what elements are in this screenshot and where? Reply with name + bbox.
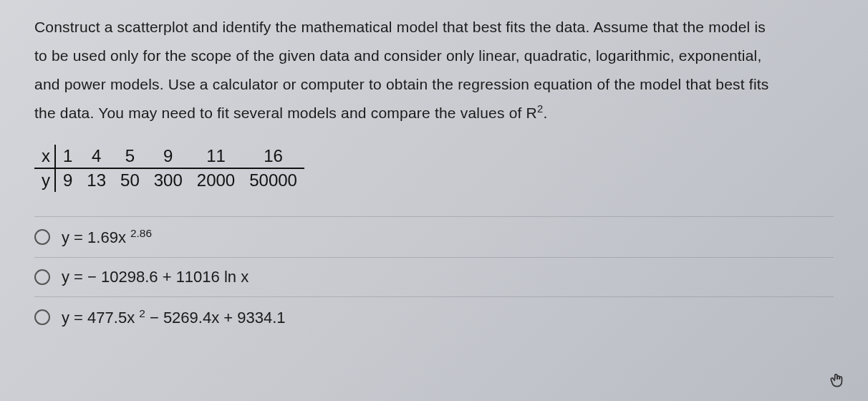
x-val-5: 16 — [242, 145, 304, 168]
x-val-4: 11 — [190, 145, 242, 168]
answer-b-pre: y = — [62, 268, 87, 286]
y-val-1: 13 — [79, 168, 113, 192]
answer-list: y = 1.69x 2.86 y = − 10298.6 + 11016 ln … — [34, 216, 834, 338]
x-val-2: 5 — [113, 145, 147, 168]
answer-c-pre: y = 477.5x — [62, 309, 139, 327]
q-line2: to be used only for the scope of the giv… — [34, 47, 761, 64]
answer-c-post: − 5269.4x + 9334.1 — [145, 309, 286, 327]
question-page: Construct a scatterplot and identify the… — [0, 0, 868, 401]
answer-c-sup: 2 — [139, 307, 145, 319]
question-text: Construct a scatterplot and identify the… — [34, 13, 834, 127]
answer-a-formula: y = 1.69x 2.86 — [62, 227, 152, 247]
y-val-0: 9 — [55, 168, 79, 192]
hand-cursor-icon — [828, 371, 847, 390]
answer-option-a[interactable]: y = 1.69x 2.86 — [34, 216, 834, 257]
x-val-0: 1 — [55, 145, 79, 168]
table-row: y 9 13 50 300 2000 50000 — [34, 168, 304, 192]
y-val-5: 50000 — [242, 168, 304, 192]
q-line4b: . — [543, 105, 547, 121]
radio-icon[interactable] — [34, 269, 50, 285]
answer-a-pre: y = 1.69x — [62, 228, 130, 246]
q-line3: and power models. Use a calculator or co… — [34, 76, 769, 92]
x-val-1: 4 — [79, 145, 113, 168]
q-line4a: the data. You may need to fit several mo… — [34, 105, 537, 121]
x-label: x — [34, 145, 55, 168]
x-val-3: 9 — [147, 145, 190, 168]
radio-icon[interactable] — [34, 229, 50, 245]
radio-icon[interactable] — [34, 309, 50, 325]
q-line1: Construct a scatterplot and identify the… — [34, 19, 766, 35]
y-label: y — [34, 168, 55, 192]
y-val-4: 2000 — [190, 168, 242, 192]
answer-b-post: − 10298.6 + 11016 ln x — [87, 268, 249, 286]
answer-option-b[interactable]: y = − 10298.6 + 11016 ln x — [34, 257, 834, 296]
answer-a-sup: 2.86 — [130, 227, 152, 239]
data-table: x 1 4 5 9 11 16 y 9 13 50 300 2000 50000 — [34, 145, 304, 192]
y-val-3: 300 — [147, 168, 190, 192]
answer-option-c[interactable]: y = 477.5x 2 − 5269.4x + 9334.1 — [34, 296, 834, 337]
y-val-2: 50 — [113, 168, 147, 192]
answer-c-formula: y = 477.5x 2 − 5269.4x + 9334.1 — [62, 307, 286, 327]
answer-b-formula: y = − 10298.6 + 11016 ln x — [62, 268, 249, 286]
table-row: x 1 4 5 9 11 16 — [34, 145, 304, 168]
